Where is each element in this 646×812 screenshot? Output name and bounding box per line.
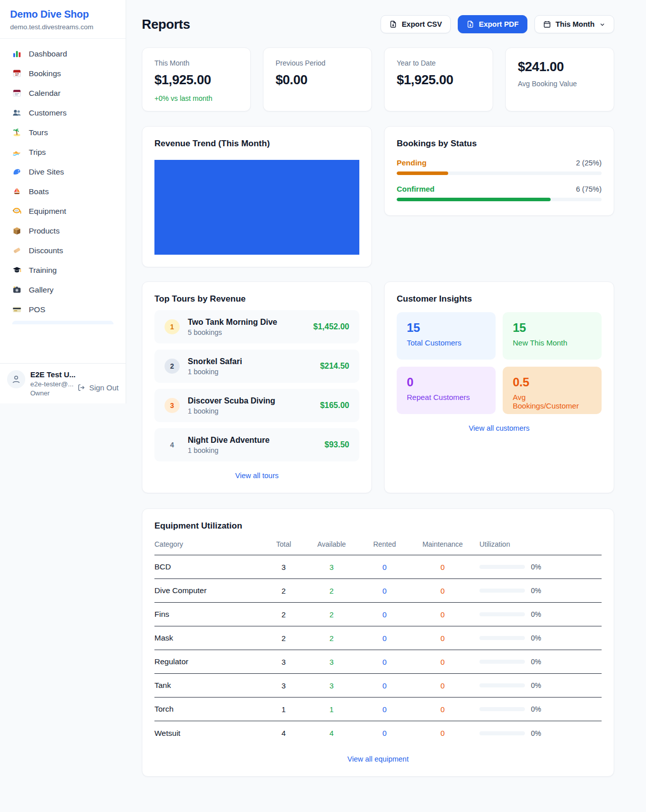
cell-category: Wetsuit	[154, 729, 263, 738]
sidebar-item-bookings[interactable]: 17 Bookings	[6, 64, 120, 83]
sidebar-item-label: Dashboard	[29, 49, 67, 59]
cell-utilization: 0%	[475, 634, 602, 642]
tile-repeat-customers: 0 Repeat Customers	[397, 367, 496, 414]
calendar-icon	[543, 20, 551, 28]
cell-total: 4	[263, 729, 304, 737]
tour-bookings: 1 booking	[188, 446, 270, 454]
tour-revenue: $165.00	[320, 401, 349, 410]
stat-value: $1,925.00	[154, 72, 238, 88]
header-actions: Export CSV Export PDF This Month	[381, 15, 614, 33]
tile-value: 15	[407, 321, 486, 335]
table-row: Wetsuit 4 4 0 0 0%	[154, 721, 602, 745]
cell-rented: 0	[359, 658, 410, 666]
view-all-customers-link[interactable]: View all customers	[397, 424, 602, 432]
table-row: Dive Computer 2 2 0 0 0%	[154, 579, 602, 603]
status-bar-fill	[397, 171, 448, 175]
export-pdf-label: Export PDF	[479, 20, 519, 28]
col-category: Category	[154, 540, 263, 548]
tour-name: Night Dive Adventure	[188, 436, 270, 445]
period-selector[interactable]: This Month	[534, 15, 614, 33]
cell-utilization: 0%	[475, 681, 602, 689]
rank-badge: 3	[165, 398, 180, 413]
sidebar-item-trips[interactable]: Trips	[6, 142, 120, 162]
cell-rented: 0	[359, 610, 410, 619]
view-all-equipment-link[interactable]: View all equipment	[154, 755, 602, 763]
user-info: E2E Test U... e2e-tester@... Owner	[30, 370, 72, 397]
cell-maintenance: 0	[410, 658, 475, 666]
sidebar-item-pos[interactable]: POS	[6, 300, 120, 319]
sidebar-item-calendar[interactable]: Calendar	[6, 83, 120, 103]
cell-utilization: 0%	[475, 587, 602, 595]
equipment-utilization-card: Equipment Utilization Category Total Ava…	[142, 508, 614, 777]
export-csv-button[interactable]: Export CSV	[381, 15, 451, 33]
sidebar-item-boats[interactable]: Boats	[6, 182, 120, 201]
sign-out-button[interactable]: Sign Out	[77, 378, 119, 397]
sidebar-item-customers[interactable]: Customers	[6, 103, 120, 123]
tours-island-icon	[12, 128, 22, 137]
utilization-percent: 0%	[531, 658, 541, 666]
cell-available: 3	[304, 563, 359, 571]
export-csv-label: Export CSV	[402, 20, 442, 28]
table-row: Fins 2 2 0 0 0%	[154, 603, 602, 626]
cell-total: 3	[263, 658, 304, 666]
stat-value: $1,925.00	[397, 72, 480, 88]
tile-new-this-month: 15 New This Month	[503, 312, 602, 360]
cell-maintenance: 0	[410, 563, 475, 571]
revenue-trend-chart	[154, 160, 359, 255]
tile-label: Total Customers	[407, 338, 486, 347]
table-row: Mask 2 2 0 0 0%	[154, 626, 602, 650]
sidebar-item-tours[interactable]: Tours	[6, 123, 120, 142]
tour-revenue: $93.50	[325, 440, 349, 449]
cell-category: Tank	[154, 681, 263, 690]
trips-boat-icon	[12, 147, 22, 157]
sign-out-label: Sign Out	[89, 383, 119, 392]
boats-sailboat-icon	[12, 187, 22, 196]
cell-utilization: 0%	[475, 610, 602, 618]
stats-row: This Month $1,925.00 +0% vs last month P…	[142, 47, 614, 111]
equipment-mask-icon	[12, 206, 22, 216]
table-row: Regulator 3 3 0 0 0%	[154, 650, 602, 674]
tile-value: 0	[407, 375, 486, 389]
cell-category: BCD	[154, 562, 263, 571]
cell-rented: 0	[359, 705, 410, 714]
training-grad-cap-icon	[12, 265, 22, 275]
sidebar-item-label: Equipment	[29, 207, 66, 216]
cell-utilization: 0%	[475, 705, 602, 713]
view-all-tours-link[interactable]: View all tours	[154, 472, 359, 480]
cell-category: Fins	[154, 610, 263, 619]
cell-total: 2	[263, 610, 304, 619]
sidebar-item-label: Gallery	[29, 285, 53, 295]
bookings-by-status-card: Bookings by Status Pending 2 (25%) Confi…	[384, 126, 614, 216]
sidebar: Demo Dive Shop demo.test.divestreams.com…	[0, 0, 126, 403]
col-maintenance: Maintenance	[410, 540, 475, 548]
customers-icon	[12, 108, 22, 118]
products-box-icon	[12, 226, 22, 236]
sidebar-item-products[interactable]: Products	[6, 221, 120, 241]
sidebar-item-label: Tours	[29, 128, 48, 137]
rank-badge: 1	[165, 319, 180, 334]
stat-value: $0.00	[276, 72, 359, 88]
tour-row: 4 Night Dive Adventure 1 booking $93.50	[154, 428, 359, 461]
cell-rented: 0	[359, 634, 410, 643]
insight-tiles: 15 Total Customers 15 New This Month 0 R…	[397, 312, 602, 414]
status-label: Pending	[397, 158, 426, 167]
sidebar-item-dive-sites[interactable]: Dive Sites	[6, 162, 120, 182]
stat-card-year-to-date: Year to Date $1,925.00	[384, 47, 493, 111]
stat-label: Previous Period	[276, 59, 359, 67]
sidebar-item-discounts[interactable]: Discounts	[6, 241, 120, 260]
pos-credit-card-icon	[12, 305, 22, 314]
gallery-camera-icon	[12, 285, 22, 295]
sidebar-item-reports-selected-partial[interactable]	[12, 321, 114, 324]
cell-utilization: 0%	[475, 658, 602, 666]
period-selector-label: This Month	[556, 20, 595, 28]
cell-available: 2	[304, 587, 359, 595]
col-total: Total	[263, 540, 304, 548]
table-row: Tank 3 3 0 0 0%	[154, 674, 602, 698]
sidebar-item-dashboard[interactable]: Dashboard	[6, 44, 120, 64]
export-pdf-button[interactable]: Export PDF	[458, 15, 527, 33]
sidebar-item-equipment[interactable]: Equipment	[6, 201, 120, 221]
sidebar-item-gallery[interactable]: Gallery	[6, 280, 120, 300]
sidebar-item-training[interactable]: Training	[6, 260, 120, 280]
cell-maintenance: 0	[410, 587, 475, 595]
status-row-pending: Pending 2 (25%)	[397, 158, 602, 175]
